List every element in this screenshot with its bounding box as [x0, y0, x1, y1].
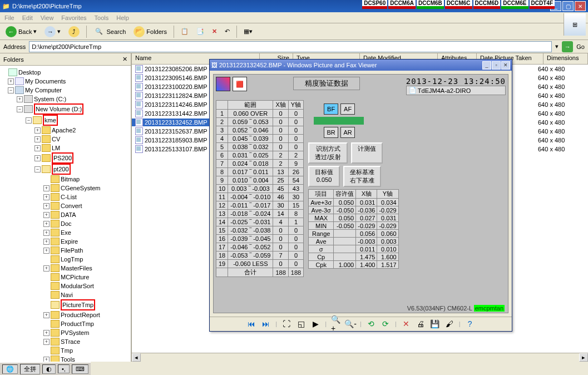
maximize-button[interactable]: ▢	[562, 1, 574, 11]
tree-ModularSort[interactable]: ModularSort	[1, 282, 130, 290]
zoom-out-icon[interactable]: 🔍-	[345, 319, 355, 329]
tree-Tmp[interactable]: Tmp	[1, 346, 130, 355]
tree-sysc[interactable]: +System (C:)	[1, 95, 130, 103]
close-pane-button[interactable]: ✕	[122, 56, 127, 63]
timestamp: 2013-12-23 13:24:50	[406, 77, 506, 86]
viewer-titlebar: 🖼 20131223132452.BMP - Windows Picture a…	[210, 60, 512, 71]
menu-edit[interactable]: Edit	[22, 14, 33, 21]
tree-PS200[interactable]: +PS200	[1, 152, 130, 164]
delete-icon[interactable]: ✕	[401, 319, 411, 329]
tree-Bitmap[interactable]: Bitmap	[1, 175, 130, 184]
ime-button[interactable]: 🌐	[2, 364, 18, 374]
tree-mydocs[interactable]: +My Documents	[1, 77, 130, 86]
measure-button[interactable]: 计测值	[351, 142, 383, 164]
prev-icon[interactable]: ⏮	[246, 319, 256, 329]
tree-newvol[interactable]: −New Volume (D:)	[1, 103, 130, 115]
tree-FilePath[interactable]: +FilePath	[1, 246, 130, 255]
forward-button[interactable]: →▾	[42, 25, 63, 38]
menu-file[interactable]: File	[4, 14, 14, 21]
menu-view[interactable]: View	[41, 14, 54, 21]
folder-icon: 📁	[2, 3, 10, 10]
tree-ProductTmp[interactable]: ProductTmp	[1, 319, 130, 328]
rotate-cw-icon[interactable]: ⟳	[381, 319, 391, 329]
actual-icon[interactable]: ◱	[296, 319, 306, 329]
dash-icon-2: 🟥	[233, 77, 247, 91]
print-icon[interactable]: 🖨	[416, 319, 426, 329]
search-button[interactable]: 🔍Search	[91, 25, 128, 38]
tree-pt200[interactable]: −pt200	[1, 164, 130, 175]
address-dropdown[interactable]: ▾	[555, 43, 559, 50]
move-to-button[interactable]: 📋	[179, 27, 191, 36]
tree-PVSystem[interactable]: +PVSystem	[1, 328, 130, 337]
tree-LM[interactable]: +LM	[1, 144, 130, 152]
tree-MasterFiles[interactable]: +MasterFiles	[1, 264, 130, 273]
taskbar: 🌐 全拼 ◐ •, ⌨	[0, 362, 91, 375]
base-label: 坐标基准右下基准	[343, 166, 381, 187]
ime-half[interactable]: ◐	[42, 364, 56, 374]
tree-Navi[interactable]: Navi	[1, 290, 130, 299]
tree-desktop[interactable]: Desktop	[1, 68, 130, 77]
ime-mode[interactable]: 全拼	[20, 364, 40, 374]
bmp-icon	[135, 119, 143, 126]
tree-Convert[interactable]: +Convert	[1, 201, 130, 210]
menu-help[interactable]: Help	[116, 14, 129, 21]
bmp-icon	[135, 65, 143, 73]
tree-MCPicture[interactable]: MCPicture	[1, 273, 130, 282]
next-icon[interactable]: ⏭	[261, 319, 271, 329]
tree-PictureTmp[interactable]: PictureTmp	[1, 299, 130, 310]
tree-Tools[interactable]: +Tools	[1, 355, 130, 362]
edit-icon[interactable]: 🖌	[444, 319, 454, 329]
bmp-icon	[135, 145, 143, 153]
tree-STrace[interactable]: +STrace	[1, 337, 130, 346]
tree-Apache2[interactable]: +Apache2	[1, 126, 130, 135]
viewer-maximize-button[interactable]: ▫	[492, 61, 501, 70]
viewer-minimize-button[interactable]: _	[482, 61, 491, 70]
indicator-DCCM6C: DCCM6C	[445, 0, 472, 9]
save-icon[interactable]: 💾	[430, 319, 440, 329]
undo-button[interactable]: ↶	[223, 27, 232, 36]
dash-icon-1	[216, 77, 230, 91]
help-icon[interactable]: ?	[465, 319, 475, 329]
menubar: FileEditViewFavoritesToolsHelp	[0, 12, 588, 23]
folder-tree[interactable]: Desktop+My Documents−My Computer+System …	[0, 66, 131, 362]
chevron-down-icon: ▾	[57, 28, 61, 35]
folders-pane: Folders ✕ Desktop+My Documents−My Comput…	[0, 53, 132, 362]
folders-button[interactable]: 📂Folders	[131, 25, 169, 38]
tree-CV[interactable]: +CV	[1, 135, 130, 144]
fit-icon[interactable]: ⛶	[281, 319, 291, 329]
h-scrollbar[interactable]: ◂▸	[132, 353, 588, 362]
go-button[interactable]: →	[562, 41, 573, 52]
bmp-icon	[135, 110, 143, 117]
tree-CGeneSystem[interactable]: +CGeneSystem	[1, 184, 130, 193]
back-button[interactable]: ←Back ▾	[3, 25, 39, 38]
copy-to-button[interactable]: 📑	[194, 27, 206, 36]
close-button[interactable]: ✕	[575, 1, 586, 11]
tree-mycomp[interactable]: −My Computer	[1, 86, 130, 95]
tree-kme[interactable]: −kme	[1, 115, 130, 126]
slideshow-icon[interactable]: ▶	[310, 319, 320, 329]
tree-C-List[interactable]: +C-List	[1, 193, 130, 201]
viewer-close-button[interactable]: ✕	[501, 61, 510, 70]
ime-punct[interactable]: •,	[58, 364, 70, 373]
axis-diagram: BF AF BR AR	[308, 101, 369, 140]
tree-Exe[interactable]: +Exe	[1, 228, 130, 237]
delete-button[interactable]: ✕	[210, 27, 219, 36]
indicator-DCCM6E: DCCM6E	[501, 0, 528, 9]
tree-Expire[interactable]: +Expire	[1, 237, 130, 246]
up-button[interactable]: ⤴	[66, 25, 82, 38]
tree-Doc[interactable]: +Doc	[1, 219, 130, 228]
address-input[interactable]	[29, 41, 552, 52]
col-dim[interactable]: Dimensions	[543, 53, 588, 64]
ime-kbd[interactable]: ⌨	[72, 364, 88, 374]
menu-tools[interactable]: Tools	[95, 14, 109, 21]
indicator-DCCM6B: DCCM6B	[417, 0, 444, 9]
menu-favorites[interactable]: Favorites	[61, 14, 86, 21]
zoom-in-icon[interactable]: 🔍+	[331, 319, 341, 329]
tree-ProductReport[interactable]: +ProductReport	[1, 310, 130, 319]
tree-LogTmp[interactable]: LogTmp	[1, 255, 130, 264]
tree-DATA[interactable]: +DATA	[1, 210, 130, 219]
rotate-ccw-icon[interactable]: ⟲	[366, 319, 376, 329]
recognition-label: 识别方式透过/反射	[308, 142, 348, 164]
picture-viewer-window: 🖼 20131223132452.BMP - Windows Picture a…	[209, 59, 512, 332]
views-button[interactable]: ▦▾	[241, 27, 255, 36]
